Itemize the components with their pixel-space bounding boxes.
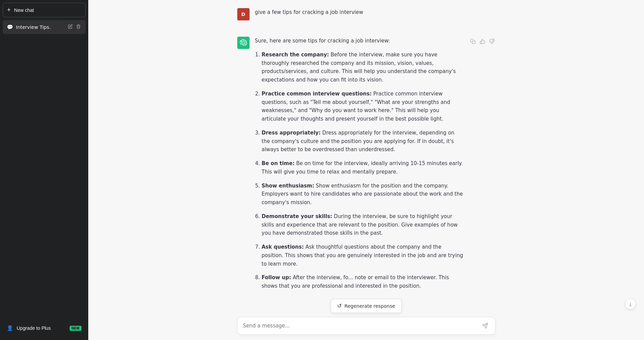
- tip-item: Ask questions: Ask thoughtful questions …: [262, 243, 464, 268]
- chat-area: D give a few tips for cracking a job int…: [88, 0, 644, 340]
- assistant-avatar: [237, 37, 250, 49]
- new-chat-button[interactable]: + New chat: [3, 3, 86, 17]
- user-message-text: give a few tips for cracking a job inter…: [255, 9, 363, 15]
- regenerate-icon: ↺: [337, 303, 342, 309]
- sidebar-chat-item[interactable]: 💬 Interview Tips.: [3, 20, 86, 34]
- sidebar-chat-item-left: 💬 Interview Tips.: [7, 24, 51, 30]
- assistant-intro: Sure, here are some tips for cracking a …: [255, 37, 464, 45]
- user-message-content: give a few tips for cracking a job inter…: [255, 8, 495, 17]
- message-actions: [470, 38, 495, 46]
- tip-item: Practice common interview questions: Pra…: [262, 90, 464, 123]
- main-content: D give a few tips for cracking a job int…: [88, 0, 644, 340]
- tip-item: Dress appropriately: Dress appropriately…: [262, 129, 464, 154]
- thumbs-down-button[interactable]: [489, 38, 495, 46]
- regenerate-bar[interactable]: ↺ Regenerate response: [331, 299, 402, 313]
- plus-icon: +: [7, 6, 11, 14]
- sidebar-bottom: 👤 Upgrade to Plus NEW: [3, 319, 86, 337]
- user-avatar: D: [237, 8, 250, 20]
- upgrade-label: Upgrade to Plus: [17, 325, 51, 331]
- scroll-bottom-button[interactable]: ↓: [625, 299, 636, 309]
- tip-item: Research the company: Before the intervi…: [262, 51, 464, 84]
- user-icon: 👤: [7, 325, 13, 331]
- new-badge: NEW: [70, 326, 81, 331]
- tip-item: Demonstrate your skills: During the inte…: [262, 212, 464, 237]
- tip-item: Show enthusiasm: Show enthusiasm for the…: [262, 182, 464, 207]
- message-input[interactable]: [243, 322, 481, 330]
- scroll-down-icon: ↓: [629, 301, 632, 308]
- send-button[interactable]: [481, 321, 490, 330]
- new-chat-label: New chat: [14, 7, 34, 13]
- svg-rect-0: [472, 41, 475, 44]
- tips-list: Research the company: Before the intervi…: [255, 51, 464, 290]
- copy-button[interactable]: [470, 38, 476, 46]
- input-wrapper: [237, 317, 495, 335]
- user-message-wrapper: D give a few tips for cracking a job int…: [88, 0, 644, 29]
- assistant-message-content: Sure, here are some tips for cracking a …: [255, 37, 464, 296]
- user-message-row: D give a few tips for cracking a job int…: [237, 0, 495, 29]
- chat-icon: 💬: [7, 24, 13, 30]
- sidebar-chat-label: Interview Tips.: [16, 24, 51, 30]
- input-bar: [88, 313, 644, 340]
- tip-item: Be on time: Be on time for the interview…: [262, 159, 464, 176]
- sidebar-chat-actions: [67, 23, 81, 31]
- delete-chat-button[interactable]: [75, 23, 81, 31]
- sidebar: + New chat 💬 Interview Tips. 👤 Upgrade t…: [0, 0, 88, 340]
- regenerate-label: Regenerate response: [345, 303, 395, 309]
- assistant-message-wrapper: Sure, here are some tips for cracking a …: [88, 29, 644, 304]
- edit-chat-button[interactable]: [67, 23, 73, 31]
- thumbs-up-button[interactable]: [479, 38, 486, 46]
- tip-item: Follow up: After the interview, fo... no…: [262, 273, 464, 290]
- upgrade-button[interactable]: 👤 Upgrade to Plus NEW: [3, 322, 86, 335]
- assistant-message-row: Sure, here are some tips for cracking a …: [237, 29, 495, 304]
